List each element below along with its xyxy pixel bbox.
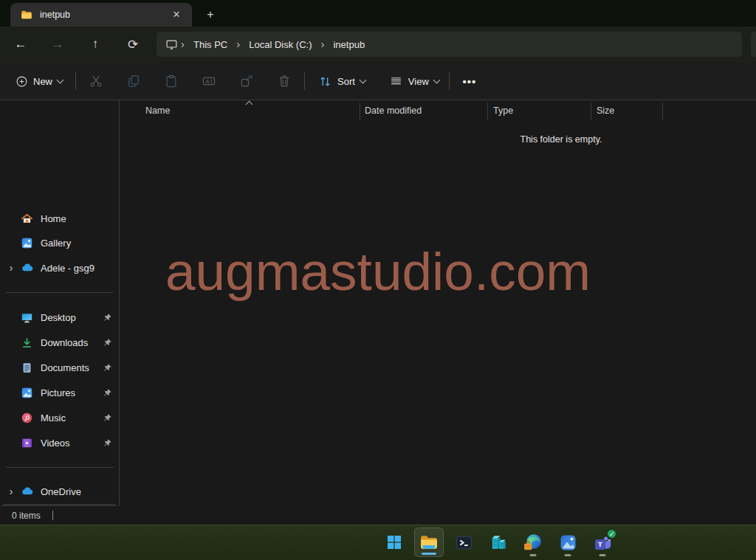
- delete-button[interactable]: [269, 68, 299, 94]
- sort-button[interactable]: Sort: [312, 68, 372, 94]
- chevron-right-icon[interactable]: ›: [1, 262, 21, 274]
- clipboard-icon: [164, 74, 179, 89]
- new-button[interactable]: New: [9, 68, 69, 94]
- taskbar: T ✓: [0, 525, 756, 560]
- column-header-date-modified[interactable]: Date modified: [365, 106, 422, 116]
- scissors-icon: [89, 74, 103, 89]
- column-resize-handle[interactable]: [591, 103, 591, 120]
- onedrive-cloud-icon: [21, 261, 34, 274]
- tab-close-icon[interactable]: ✕: [168, 7, 185, 23]
- copy-icon: [126, 74, 141, 89]
- explorer-body: Home Gallery ›: [0, 100, 756, 506]
- refresh-button[interactable]: ⟳: [121, 32, 145, 56]
- column-resize-handle[interactable]: [360, 103, 360, 120]
- breadcrumb-this-pc[interactable]: This PC: [188, 36, 233, 53]
- buildings-icon: [489, 533, 508, 552]
- onedrive-cloud-icon: [21, 485, 34, 498]
- photos-icon: [559, 533, 577, 552]
- column-resize-handle[interactable]: [662, 103, 663, 120]
- sort-arrows-icon: [318, 75, 332, 89]
- breadcrumb-local-disk[interactable]: Local Disk (C:): [243, 36, 317, 53]
- command-bar: New: [0, 62, 756, 100]
- running-app-indicator: [530, 554, 537, 556]
- cut-button[interactable]: [81, 68, 111, 94]
- sidebar-label: Videos: [41, 438, 97, 449]
- sidebar-label: OneDrive: [41, 486, 117, 497]
- paste-button[interactable]: [157, 68, 186, 94]
- taskbar-iis-manager-button[interactable]: [484, 528, 513, 557]
- sidebar-divider: [6, 467, 114, 468]
- taskbar-photos-button[interactable]: [553, 528, 583, 557]
- column-header-size[interactable]: Size: [597, 106, 614, 116]
- taskbar-file-explorer-button[interactable]: [414, 528, 444, 557]
- up-button[interactable]: ↑: [83, 32, 107, 56]
- sidebar-item-videos[interactable]: Videos: [1, 431, 117, 454]
- sidebar-item-pictures[interactable]: Pictures: [1, 381, 117, 404]
- folder-icon: [21, 9, 32, 21]
- share-button[interactable]: [232, 68, 261, 94]
- pin-icon[interactable]: [97, 438, 117, 448]
- active-app-indicator: [422, 553, 436, 555]
- ellipsis-icon: •••: [463, 75, 477, 88]
- sidebar-item-downloads[interactable]: Downloads: [1, 331, 117, 354]
- taskbar-powershell-button[interactable]: [449, 528, 478, 557]
- toolbar-divider: [304, 72, 305, 90]
- navigation-pane: Home Gallery ›: [0, 100, 120, 506]
- view-button-label: View: [408, 76, 429, 87]
- running-app-indicator: [565, 554, 571, 556]
- start-button[interactable]: [379, 528, 409, 557]
- files-area[interactable]: Name Date modified Type Size This folder…: [120, 100, 756, 506]
- column-headers: Name Date modified Type Size: [120, 100, 756, 122]
- column-header-name[interactable]: Name: [145, 106, 170, 116]
- column-resize-handle[interactable]: [487, 103, 488, 120]
- sidebar-item-documents[interactable]: Documents: [1, 356, 117, 379]
- explorer-tab[interactable]: inetpub ✕: [10, 3, 192, 27]
- taskbar-teams-button[interactable]: T ✓: [588, 528, 617, 557]
- sidebar-item-music[interactable]: Music: [1, 406, 117, 429]
- pin-icon[interactable]: [97, 363, 117, 373]
- pin-icon[interactable]: [97, 413, 117, 423]
- copy-button[interactable]: [119, 68, 148, 94]
- downloads-icon: [21, 336, 34, 349]
- trash-icon: [277, 74, 292, 89]
- pin-icon[interactable]: [97, 338, 117, 348]
- svg-text:A: A: [206, 79, 210, 85]
- sidebar-label: Desktop: [41, 312, 97, 323]
- desktop-icon: [21, 311, 34, 324]
- more-options-button[interactable]: •••: [455, 68, 484, 94]
- windows-logo-icon: [385, 533, 403, 551]
- music-icon: [21, 411, 34, 424]
- documents-icon: [21, 361, 34, 374]
- gallery-icon: [21, 236, 34, 249]
- breadcrumb-separator: ›: [233, 38, 243, 52]
- chevron-right-icon[interactable]: ›: [1, 485, 21, 497]
- sidebar-item-onedrive-user[interactable]: › Adele - gsg9: [1, 256, 117, 280]
- taskbar-edge-button[interactable]: [518, 528, 548, 557]
- new-tab-button[interactable]: +: [201, 6, 220, 24]
- search-box[interactable]: [751, 32, 756, 57]
- breadcrumb-separator: ›: [178, 38, 188, 52]
- tab-title: inetpub: [40, 10, 168, 20]
- rename-button[interactable]: A: [194, 68, 224, 94]
- sidebar-item-home[interactable]: Home: [1, 207, 117, 230]
- view-button[interactable]: View: [382, 68, 446, 94]
- rename-icon: A: [202, 74, 216, 89]
- chevron-down-icon: [359, 76, 366, 83]
- item-count: 0 items: [12, 511, 41, 521]
- this-pc-icon: [165, 38, 178, 51]
- column-header-type[interactable]: Type: [493, 106, 513, 116]
- new-button-label: New: [33, 76, 52, 87]
- pin-icon[interactable]: [97, 313, 117, 322]
- breadcrumb-inetpub[interactable]: inetpub: [327, 36, 371, 53]
- breadcrumb-separator: ›: [317, 38, 327, 52]
- address-bar[interactable]: › This PC › Local Disk (C:) › inetpub: [157, 32, 742, 57]
- status-bar: 0 items: [0, 506, 756, 525]
- sidebar-item-desktop[interactable]: Desktop: [1, 305, 117, 329]
- back-button[interactable]: ←: [9, 32, 32, 56]
- sidebar-item-onedrive[interactable]: › OneDrive: [1, 480, 117, 503]
- home-icon: [21, 212, 34, 225]
- forward-button[interactable]: →: [46, 32, 69, 56]
- sidebar-item-gallery[interactable]: Gallery: [1, 231, 117, 255]
- navigation-bar: ← → ↑ ⟳ › This PC › Local Disk (C:) › in…: [0, 27, 756, 62]
- pin-icon[interactable]: [97, 388, 117, 398]
